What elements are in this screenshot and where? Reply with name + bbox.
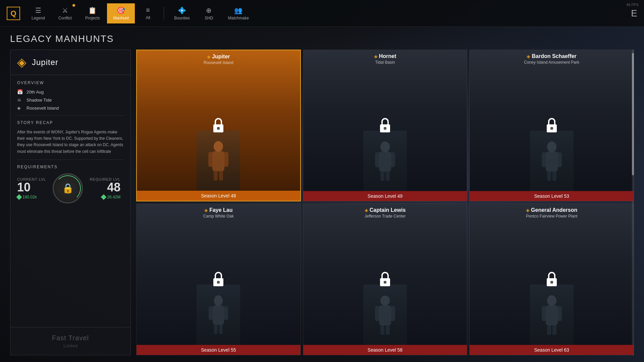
svg-rect-1 <box>212 151 224 171</box>
figure-placeholder-hornet <box>363 131 407 191</box>
agent-header: ◈ Jupiter <box>10 50 131 75</box>
location-icon: ◈ <box>17 105 23 111</box>
current-xp: 180.02k <box>17 195 46 199</box>
svg-rect-45 <box>552 325 556 335</box>
nav-label-manhunt: Manhunt <box>113 16 129 20</box>
shd-icon: ⊕ <box>206 6 212 14</box>
card-location-lewis: Jefferson Trade Center <box>365 214 406 219</box>
info-panel: Overview 📅 20th Aug ☠ Shadow Tide ◈ Roos… <box>10 75 131 327</box>
calendar-icon: 📅 <box>17 89 23 95</box>
nav-item-manhunt[interactable]: 🎯 Manhunt <box>107 3 135 23</box>
silhouette-hornet <box>372 141 398 181</box>
card-name-row-jupiter: ◈ Jupiter <box>207 54 230 60</box>
svg-point-40 <box>547 295 556 306</box>
card-bardon[interactable]: ◈ Bardon Schaeffer Coney Island Amusemen… <box>469 50 634 201</box>
date-row: 📅 20th Aug <box>17 89 124 95</box>
svg-rect-27 <box>224 306 228 320</box>
top-navigation: Q ☰ Legend ⚔ Conflict 📋 Projects 🎯 Manhu… <box>0 0 644 27</box>
svg-rect-5 <box>219 171 223 181</box>
xp-gem-icon <box>16 194 22 200</box>
nav-item-shd[interactable]: ⊕ SHD <box>197 3 221 23</box>
silhouette-bardon <box>538 141 565 181</box>
season-level-hornet: Season Level 49 <box>368 193 402 199</box>
required-level-value: 48 <box>107 181 120 193</box>
date-value: 20th Aug <box>26 89 44 95</box>
svg-rect-41 <box>546 305 558 325</box>
legend-icon: ☰ <box>35 6 41 14</box>
card-hornet[interactable]: ◈ Hornet Tidal Basin <box>303 50 468 201</box>
card-footer-lewis: Season Level 58 <box>303 345 467 355</box>
card-location-jupiter: Roosevelt Island <box>204 60 233 65</box>
card-header-faye: ◈ Faye Lau Camp White Oak <box>137 204 301 221</box>
faction-row: ☠ Shadow Tide <box>17 97 124 103</box>
location-row: ◈ Roosevelt Island <box>17 105 124 111</box>
svg-rect-33 <box>379 305 391 325</box>
nav-item-matchmake[interactable]: 👥 Matchmake <box>222 3 255 23</box>
lock-hornet <box>377 116 393 135</box>
svg-rect-36 <box>380 325 384 335</box>
svg-rect-11 <box>390 152 395 167</box>
card-name-row-faye: ◈ Faye Lau <box>204 207 232 213</box>
card-figure-faye <box>197 285 240 345</box>
season-level-jupiter: Season Level 48 <box>201 193 236 198</box>
card-figure-jupiter <box>197 130 240 191</box>
svg-rect-10 <box>375 152 380 167</box>
svg-rect-15 <box>384 127 386 130</box>
card-lewis[interactable]: ◈ Captain Lewis Jefferson Trade Center <box>303 203 468 355</box>
card-figure-bardon <box>530 131 574 191</box>
svg-point-0 <box>214 141 223 152</box>
faction-icon: ☠ <box>17 97 23 103</box>
card-location-hornet: Tidal Basin <box>375 60 395 65</box>
figure-placeholder-jupiter <box>197 130 240 191</box>
required-xp: 26.42M <box>102 195 120 199</box>
nav-item-legend[interactable]: ☰ Legend <box>25 3 51 23</box>
card-name-row-anderson: ◈ General Anderson <box>526 207 577 213</box>
nav-end-letter: E <box>631 8 637 19</box>
page-body: Legacy Manhunts ◈ Jupiter Overview 📅 20t… <box>0 27 644 362</box>
svg-point-16 <box>547 141 556 152</box>
svg-rect-43 <box>557 306 562 321</box>
card-header-lewis: ◈ Captain Lewis Jefferson Trade Center <box>303 204 467 221</box>
card-header-anderson: ◈ General Anderson Pentco Fairview Power… <box>470 204 634 221</box>
card-jupiter[interactable]: ◈ Jupiter Roosevelt Island <box>136 50 301 201</box>
nav-separator <box>164 7 164 20</box>
svg-rect-2 <box>208 152 213 167</box>
conflict-badge <box>72 4 75 7</box>
manhunt-icon: 🎯 <box>117 6 125 14</box>
divider-1 <box>17 115 124 116</box>
silhouette-jupiter <box>205 140 232 181</box>
svg-rect-19 <box>557 152 562 167</box>
nav-item-all[interactable]: ≡ All <box>136 3 160 23</box>
card-faye[interactable]: ◈ Faye Lau Camp White Oak <box>136 203 301 355</box>
story-text: After the events of WONY, Jupiter's Rogu… <box>17 129 124 155</box>
requirements-label: Requirements <box>17 165 124 169</box>
nav-item-projects[interactable]: 📋 Projects <box>79 3 106 23</box>
faction-value: Shadow Tide <box>26 98 52 103</box>
agent-name: Jupiter <box>32 58 58 67</box>
lock-jupiter <box>211 116 226 135</box>
nav-label-shd: SHD <box>205 16 213 20</box>
card-anderson[interactable]: ◈ General Anderson Pentco Fairview Power… <box>469 203 634 355</box>
nav-item-bounties[interactable]: 💠 Bounties <box>168 3 196 23</box>
required-level-block: Required LVL 48 26.42M <box>90 177 120 199</box>
lock-icon-jupiter <box>211 116 226 134</box>
nav-items-container: ☰ Legend ⚔ Conflict 📋 Projects 🎯 Manhunt… <box>25 3 255 23</box>
page-title: Legacy Manhunts <box>10 34 634 44</box>
season-level-lewis: Season Level 58 <box>368 347 402 353</box>
card-name-bardon: Bardon Schaeffer <box>532 53 576 59</box>
scroll-thumb[interactable] <box>632 53 634 175</box>
scrollbar[interactable] <box>632 50 634 355</box>
target-icon-faye: ◈ <box>204 207 208 213</box>
target-icon-bardon: ◈ <box>527 54 530 59</box>
fps-counter: 46 FPS <box>626 3 639 7</box>
svg-rect-3 <box>224 152 228 167</box>
fast-travel-panel[interactable]: Fast Travel Locked <box>10 327 131 355</box>
silhouette-anderson <box>538 295 565 335</box>
lock-icon-lewis <box>377 270 393 288</box>
nav-item-conflict[interactable]: ⚔ Conflict <box>52 3 78 23</box>
lock-anderson <box>544 270 559 289</box>
requirements-grid: Current LVL 10 180.02k 🔒 Required LVL <box>17 173 124 203</box>
svg-rect-18 <box>542 152 546 167</box>
nav-label-bounties: Bounties <box>174 16 190 20</box>
target-icon-lewis: ◈ <box>365 207 368 213</box>
